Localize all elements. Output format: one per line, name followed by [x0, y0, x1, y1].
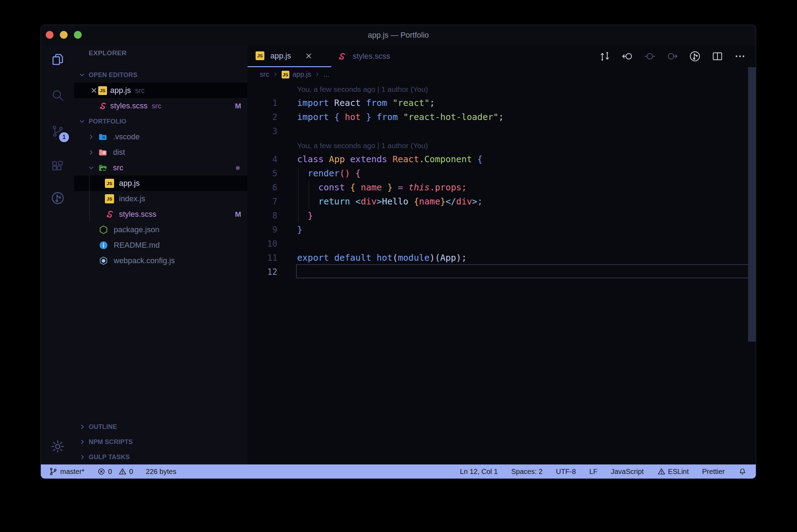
- line-number: 10: [247, 237, 277, 251]
- status-encoding[interactable]: UTF-8: [556, 468, 576, 476]
- open-editor-styles.scss[interactable]: styles.scsssrcM: [74, 98, 247, 114]
- code-line-9[interactable]: 9}: [247, 223, 756, 237]
- tree-item-styles.scss[interactable]: styles.scssM: [74, 207, 247, 222]
- breadcrumb-item[interactable]: app.js: [293, 70, 311, 78]
- code-line-text: import { hot } from "react-hot-loader";: [297, 110, 504, 124]
- webpack-icon: [99, 256, 108, 266]
- warning-icon: [118, 467, 127, 476]
- js-file-icon: JS: [105, 194, 114, 203]
- tree-item-webpack.config.js[interactable]: webpack.config.js: [74, 253, 247, 268]
- code-line-11[interactable]: 11export default hot(module)(App);: [247, 251, 756, 265]
- codelens-row: You, a few seconds ago | 1 author (You): [247, 82, 756, 96]
- close-tab-icon[interactable]: [305, 52, 313, 60]
- sass-icon: [337, 52, 347, 61]
- breadcrumb-item[interactable]: src: [260, 70, 269, 78]
- tree-item-app.js[interactable]: JSapp.js: [74, 176, 247, 191]
- tree-item-dist[interactable]: dist: [74, 145, 247, 160]
- section-npm-scripts[interactable]: NPM SCRIPTS: [74, 434, 247, 450]
- tree-item-src[interactable]: </>src: [74, 160, 247, 176]
- status-bar-right: Ln 12, Col 1Spaces: 2UTF-8LFJavaScriptES…: [460, 467, 747, 476]
- activity-item-search[interactable]: [41, 86, 74, 105]
- toolbar-change-disabled-button[interactable]: [644, 50, 656, 62]
- toolbar-compare-changes-button[interactable]: [599, 50, 611, 62]
- explorer-sidebar: EXPLOREROPEN EDITORSJSapp.jssrcstyles.sc…: [74, 45, 247, 464]
- activity-item-settings[interactable]: [41, 437, 74, 456]
- line-number: 3: [247, 124, 277, 138]
- modified-badge: M: [235, 98, 241, 114]
- tree-item-.vscode[interactable]: .vscode: [74, 129, 247, 145]
- code-line-7[interactable]: 7 return <div>Hello {name}</div>;: [247, 195, 756, 209]
- tree-item-package.json[interactable]: JSpackage.json: [74, 222, 247, 238]
- sass-icon: [98, 101, 108, 111]
- indent-guide: [298, 166, 299, 223]
- status-indentation[interactable]: Spaces: 2: [511, 468, 542, 476]
- sidebar-title: EXPLORER: [74, 45, 247, 61]
- code-line-text: }: [297, 209, 313, 223]
- activity-item-git-graph[interactable]: [41, 188, 74, 208]
- breadcrumb[interactable]: srcJSapp.js...: [260, 67, 330, 81]
- code-line-4[interactable]: 4class App extends React.Component {: [247, 152, 756, 166]
- activity-bar: 1: [41, 45, 74, 464]
- tab-styles.scss[interactable]: styles.scss: [331, 45, 420, 67]
- status-language-mode[interactable]: JavaScript: [611, 468, 644, 476]
- status-eol[interactable]: LF: [589, 468, 597, 476]
- open-editor-app.js[interactable]: JSapp.jssrc: [74, 83, 247, 98]
- toolbar-next-change-button[interactable]: [666, 50, 678, 62]
- section-outline[interactable]: OUTLINE: [74, 419, 247, 435]
- status-eslint[interactable]: ESLint: [657, 467, 689, 476]
- close-icon: [90, 87, 98, 94]
- toolbar-split-editor-button[interactable]: [711, 50, 723, 62]
- activity-item-extensions[interactable]: [41, 157, 74, 177]
- compare-icon: [599, 50, 611, 62]
- codelens[interactable]: You, a few seconds ago | 1 author (You): [297, 138, 428, 152]
- code-line-8[interactable]: 8 }: [247, 209, 756, 223]
- section-gulp-tasks[interactable]: GULP TASKS: [74, 449, 247, 465]
- status-problems[interactable]: 00: [97, 467, 133, 476]
- current-line-highlight: [296, 264, 749, 278]
- codelens[interactable]: You, a few seconds ago | 1 author (You): [297, 82, 428, 96]
- dash-circle-icon: [644, 50, 656, 62]
- source-control-badge: 1: [59, 132, 69, 142]
- status-cursor-position[interactable]: Ln 12, Col 1: [460, 468, 498, 476]
- status-bar: master*00226 bytes Ln 12, Col 1Spaces: 2…: [41, 464, 756, 479]
- tab-strip: JSapp.jsstyles.scss: [247, 45, 756, 67]
- tab-app.js[interactable]: JSapp.js: [247, 45, 331, 67]
- line-number: 12: [247, 265, 277, 279]
- status-notifications[interactable]: [738, 467, 747, 476]
- status-file-size[interactable]: 226 bytes: [146, 468, 176, 476]
- chevron-down-icon: [88, 164, 95, 171]
- toolbar-git-history-button[interactable]: [689, 50, 701, 62]
- info-icon: [99, 240, 108, 250]
- toolbar-previous-change-button[interactable]: [621, 50, 633, 62]
- tree-item-index.js[interactable]: JSindex.js: [74, 191, 247, 207]
- project-header[interactable]: PORTFOLIO: [74, 114, 247, 129]
- extensions-icon: [51, 160, 65, 174]
- editor-scrollbar[interactable]: [748, 67, 756, 342]
- folder-src-open-icon: </>: [98, 163, 108, 173]
- main-row: 1 EXPLOREROPEN EDITORSJSapp.jssrcstyles.…: [41, 45, 756, 464]
- code-line-1[interactable]: 1import React from "react";: [247, 96, 756, 110]
- activity-item-source-control[interactable]: 1: [41, 121, 74, 141]
- chevron-right-icon: [272, 71, 278, 77]
- folder-dist-icon: [98, 147, 108, 157]
- branch-icon: [49, 467, 58, 476]
- close-icon: [305, 52, 313, 60]
- toolbar-more-actions-button[interactable]: [734, 50, 746, 62]
- files-icon: [51, 52, 65, 66]
- code-editor[interactable]: You, a few seconds ago | 1 author (You)1…: [247, 81, 756, 464]
- close-editor-icon[interactable]: [90, 87, 98, 94]
- tree-item-README.md[interactable]: README.md: [74, 238, 247, 253]
- code-line-text: import React from "react";: [297, 96, 435, 110]
- status-prettier[interactable]: Prettier: [702, 468, 725, 476]
- code-line-3[interactable]: 3: [247, 124, 756, 138]
- chevron-right-icon: [88, 149, 95, 156]
- open-editors-header[interactable]: OPEN EDITORS: [74, 67, 247, 83]
- code-line-2[interactable]: 2import { hot } from "react-hot-loader";: [247, 110, 756, 124]
- code-line-10[interactable]: 10: [247, 237, 756, 251]
- code-line-5[interactable]: 5 render() {: [247, 166, 756, 180]
- status-git-branch[interactable]: master*: [49, 467, 84, 476]
- title-bar[interactable]: app.js — Portfolio: [41, 25, 756, 45]
- activity-item-explorer[interactable]: [41, 50, 74, 69]
- breadcrumb-item[interactable]: ...: [324, 70, 330, 78]
- code-line-6[interactable]: 6 const { name } = this.props;: [247, 180, 756, 195]
